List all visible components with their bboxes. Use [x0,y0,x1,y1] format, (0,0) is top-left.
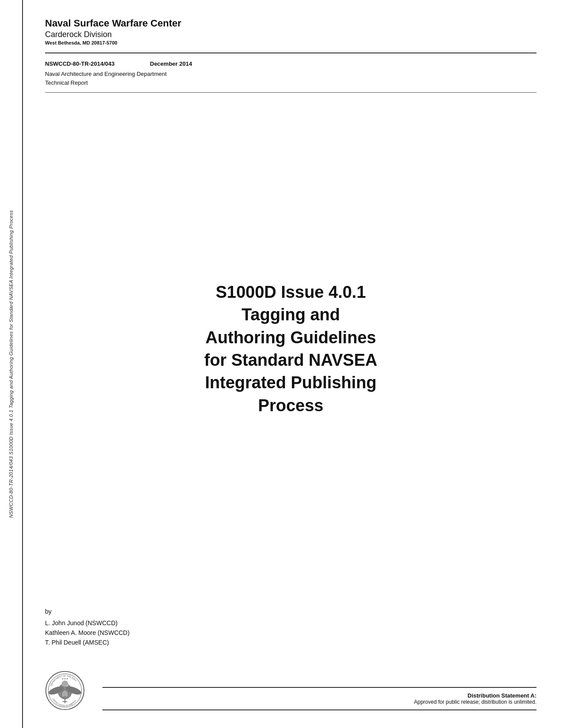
sidebar-text: NSWCCD-80-TR-2014/043 S1000D Issue 4.0.1… [8,210,14,518]
author-3: T. Phil Deuell (AMSEC) [45,639,537,646]
address: West Bethesda, MD 20817-5700 [45,40,537,45]
sidebar: NSWCCD-80-TR-2014/043 S1000D Issue 4.0.1… [0,0,23,728]
footer-section: ★ ★ ★ DEPARTMENT OF THE NAVY UNITED STAT… [45,671,537,710]
org-name: Naval Surface Warfare Center [45,18,537,29]
title-section: S1000D Issue 4.0.1 Tagging and Authoring… [45,99,537,599]
meta-row: NSWCCD-80-TR-2014/043 December 2014 [45,60,537,67]
navy-seal: ★ ★ ★ DEPARTMENT OF THE NAVY UNITED STAT… [45,671,85,710]
title-line4: for Standard NAVSEA [204,351,377,369]
author-2: Kathleen A. Moore (NSWCCD) [45,629,537,636]
svg-text:★ ★ ★: ★ ★ ★ [62,677,69,680]
title-line1: S1000D Issue 4.0.1 [215,283,366,301]
author-1: L. John Junod (NSWCCD) [45,619,537,627]
header-section: Naval Surface Warfare Center Carderock D… [45,18,537,53]
main-title: S1000D Issue 4.0.1 Tagging and Authoring… [204,281,377,417]
distribution-text: Approved for public release; distributio… [102,699,537,705]
report-number: NSWCCD-80-TR-2014/043 [45,60,115,67]
title-line2: Tagging and [242,305,340,324]
authors-section: by L. John Junod (NSWCCD) Kathleen A. Mo… [45,599,537,662]
report-date: December 2014 [150,60,192,67]
title-line5: Integrated Publishing [205,373,376,392]
title-line6: Process [258,396,324,415]
svg-text:UNITED STATES OF AMERICA: UNITED STATES OF AMERICA [52,698,76,707]
department-name: Naval Architecture and Engineering Depar… [45,71,537,77]
main-content: Naval Surface Warfare Center Carderock D… [23,0,563,728]
title-line3: Authoring Guidelines [205,328,376,347]
report-type: Technical Report [45,79,537,86]
distribution-title: Distribution Statement A: [102,692,537,699]
distribution-box: Distribution Statement A: Approved for p… [102,687,537,710]
by-label: by [45,608,537,615]
division-name: Carderock Division [45,30,537,39]
meta-section: NSWCCD-80-TR-2014/043 December 2014 Nava… [45,60,537,93]
